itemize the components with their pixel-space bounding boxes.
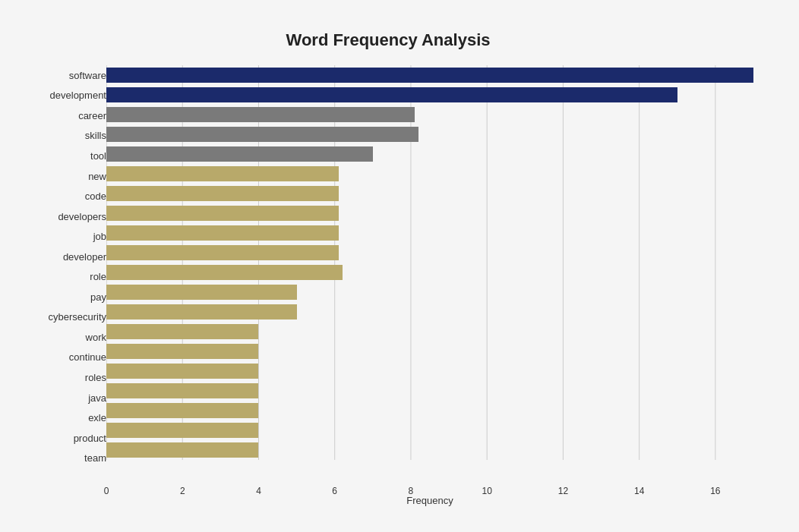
bar-row <box>106 144 753 164</box>
x-tick: 4 <box>256 486 261 496</box>
y-label: roles <box>85 367 106 387</box>
bar-row <box>106 105 753 124</box>
x-tick: 10 <box>482 486 491 496</box>
bar-row <box>106 263 753 282</box>
bar-row <box>106 85 753 105</box>
bar-row <box>106 440 753 460</box>
bar <box>106 423 258 438</box>
x-tick: 2 <box>180 486 185 496</box>
y-axis: softwaredevelopmentcareerskillstoolnewco… <box>23 65 106 491</box>
bar-row <box>106 65 753 85</box>
bar <box>106 186 339 201</box>
bars-container <box>106 65 753 483</box>
chart-container: Word Frequency Analysis softwaredevelopm… <box>15 15 784 532</box>
bar-row <box>106 282 753 302</box>
y-label: exle <box>88 408 106 428</box>
bar <box>106 127 418 142</box>
bar-row <box>106 401 753 420</box>
bar-row <box>106 243 753 263</box>
bar-row <box>106 342 753 361</box>
bar <box>106 265 343 280</box>
bar <box>106 364 258 379</box>
bar-row <box>106 381 753 401</box>
y-label: java <box>88 388 106 408</box>
bar <box>106 304 297 320</box>
bar <box>106 344 258 359</box>
x-axis-label: Frequency <box>406 495 453 506</box>
x-axis: Frequency 0246810121416 <box>106 483 753 491</box>
x-tick: 14 <box>634 486 644 496</box>
bar <box>106 324 258 339</box>
bar <box>106 206 339 221</box>
bar <box>106 442 258 458</box>
bar <box>106 245 339 260</box>
y-label: job <box>93 227 106 247</box>
bar <box>106 146 373 162</box>
bar <box>106 225 339 241</box>
bar-row <box>106 322 753 342</box>
y-label: role <box>90 267 106 287</box>
y-label: cybersecurity <box>48 307 106 327</box>
bar <box>106 68 753 83</box>
y-label: code <box>85 187 106 206</box>
y-label: team <box>84 449 106 468</box>
y-label: continue <box>69 348 106 367</box>
y-label: work <box>86 327 106 347</box>
x-tick: 8 <box>409 486 414 496</box>
bar-row <box>106 203 753 223</box>
bar-row <box>106 361 753 381</box>
chart-area: softwaredevelopmentcareerskillstoolnewco… <box>23 65 753 491</box>
y-label: software <box>69 65 106 85</box>
y-label: pay <box>90 287 106 307</box>
y-label: tool <box>90 146 106 165</box>
bar-row <box>106 184 753 203</box>
y-label: career <box>78 105 106 125</box>
y-label: skills <box>85 126 106 146</box>
bar <box>106 166 339 181</box>
bar-row <box>106 420 753 440</box>
bar-row <box>106 302 753 322</box>
y-label: developers <box>58 206 106 226</box>
x-tick: 6 <box>332 486 337 496</box>
bar <box>106 403 258 418</box>
y-label: development <box>50 86 106 105</box>
chart-title: Word Frequency Analysis <box>23 30 753 50</box>
bar <box>106 383 258 398</box>
bar <box>106 285 297 300</box>
y-label: product <box>74 428 106 448</box>
x-tick: 16 <box>710 486 720 496</box>
bar <box>106 107 415 122</box>
bar-row <box>106 223 753 243</box>
plot-area: Frequency 0246810121416 <box>106 65 753 491</box>
x-tick: 0 <box>104 486 109 496</box>
bar-row <box>106 164 753 184</box>
x-tick: 12 <box>558 486 568 496</box>
bar <box>106 87 677 102</box>
y-label: developer <box>63 247 106 266</box>
y-label: new <box>88 166 106 186</box>
bar-row <box>106 124 753 144</box>
